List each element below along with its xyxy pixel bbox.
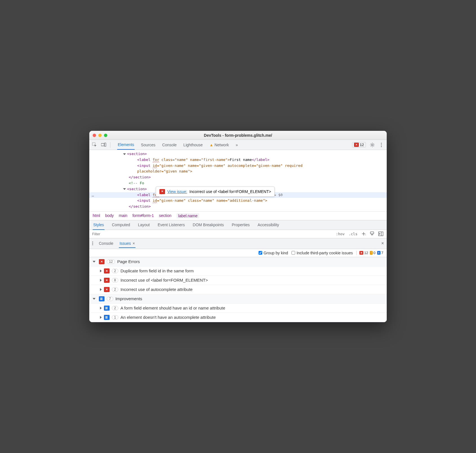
subtab-accessibility[interactable]: Accessibility (257, 220, 280, 230)
error-count-chip[interactable]: ✕ 12 (352, 142, 366, 147)
issue-count: 1 (112, 315, 118, 320)
subtab-styles[interactable]: Styles (93, 220, 104, 230)
dom-node[interactable]: </section> (129, 175, 151, 179)
info-count-pill[interactable]: ≡7 (377, 251, 383, 255)
device-toolbar-icon[interactable] (101, 142, 106, 147)
expand-arrow-icon[interactable] (100, 270, 102, 272)
thirdparty-checkbox[interactable]: Include third-party cookie issues (292, 251, 353, 255)
subtab-event-listeners[interactable]: Event Listeners (157, 220, 186, 230)
issues-group-header[interactable]: 12 Page Errors (89, 257, 387, 266)
expand-arrow-icon[interactable] (100, 307, 102, 310)
traffic-lights (93, 134, 107, 137)
issue-row[interactable]: 2 Duplicate form field id in the same fo… (89, 266, 387, 276)
breadcrumb-item[interactable]: html (93, 213, 100, 218)
issue-row[interactable]: 2 Incorrect use of autocomplete attribut… (89, 285, 387, 294)
expand-arrow-icon[interactable] (123, 188, 126, 190)
toggle-sidebar-icon[interactable] (378, 232, 383, 236)
subtab-properties[interactable]: Properties (231, 220, 250, 230)
svg-rect-1 (101, 143, 104, 146)
error-count-pill[interactable]: ✕12 (359, 251, 368, 255)
error-speech-icon (99, 259, 104, 264)
expand-arrow-icon[interactable] (100, 316, 102, 319)
warning-count-pill[interactable]: !0 (370, 251, 375, 255)
dom-node[interactable]: <input (137, 198, 153, 203)
attr-id[interactable]: id (153, 198, 157, 203)
new-style-rule-icon[interactable] (361, 232, 366, 236)
issue-text: Duplicate form field id in the same form (121, 268, 194, 273)
dom-node[interactable]: </section> (129, 204, 151, 208)
view-issue-link[interactable]: View issue: (167, 189, 187, 195)
tab-elements[interactable]: Elements (117, 140, 135, 150)
issue-count: 2 (112, 287, 118, 292)
settings-gear-icon[interactable] (370, 142, 375, 147)
dom-comment[interactable]: <!-- Fo (129, 181, 144, 185)
styles-filter-input[interactable] (89, 230, 332, 238)
dom-node[interactable]: <section> (127, 152, 147, 156)
attr-for[interactable]: for (153, 158, 159, 162)
group-by-kind-checkbox[interactable]: Group by kind (259, 251, 288, 255)
subtab-layout[interactable]: Layout (137, 220, 150, 230)
breadcrumb-item-selected[interactable]: label.name (177, 213, 199, 218)
svg-rect-7 (370, 232, 374, 234)
breadcrumb-item[interactable]: main (119, 213, 127, 218)
issue-count: 8 (112, 278, 118, 282)
svg-point-4 (381, 143, 382, 143)
drawer-tabs: Console Issues× × (89, 238, 387, 249)
dom-node[interactable]: <section> (127, 187, 147, 191)
dom-node[interactable]: <input (137, 163, 153, 168)
paint-brush-icon[interactable] (370, 232, 374, 236)
issues-toolbar: Group by kind Include third-party cookie… (89, 249, 387, 257)
minimize-window-button[interactable] (98, 134, 102, 137)
kebab-menu-icon[interactable] (379, 142, 384, 147)
breadcrumb-item[interactable]: form#form-1 (132, 213, 154, 218)
issues-group-header[interactable]: 7 Improvements (89, 294, 387, 304)
tabs-overflow-button[interactable]: » (235, 140, 239, 149)
svg-point-11 (92, 243, 93, 244)
inspect-element-icon[interactable] (92, 142, 97, 147)
cls-button[interactable]: .cls (349, 232, 357, 236)
close-tab-icon[interactable]: × (133, 241, 135, 246)
info-speech-icon (99, 296, 104, 301)
issue-count: 2 (112, 269, 118, 273)
drawer-kebab-icon[interactable] (92, 241, 93, 245)
expand-arrow-icon[interactable] (93, 261, 95, 263)
window-titlebar: DevTools - form-problems.glitch.me/ (89, 131, 387, 140)
expand-arrow-icon[interactable] (93, 298, 95, 300)
breadcrumb-item[interactable]: body (105, 213, 114, 218)
maximize-window-button[interactable] (104, 134, 107, 137)
issue-row[interactable]: 1 An element doesn't have an autocomplet… (89, 313, 387, 322)
drawer-tab-issues[interactable]: Issues× (119, 239, 135, 248)
issue-row[interactable]: 8 Incorrect use of <label for=FORM_ELEME… (89, 276, 387, 285)
tab-network[interactable]: ▲Network (209, 140, 230, 149)
breadcrumb-item[interactable]: section (159, 213, 171, 218)
error-speech-icon (159, 189, 165, 194)
info-speech-icon (104, 315, 110, 320)
window-title: DevTools - form-problems.glitch.me/ (89, 133, 387, 138)
dom-tree[interactable]: <section> <label for class="name" name="… (89, 150, 387, 211)
subtab-dom-breakpoints[interactable]: DOM Breakpoints (192, 220, 224, 230)
dom-attr: placeholder="given name"> (137, 169, 192, 173)
tab-console[interactable]: Console (162, 140, 177, 149)
svg-point-3 (372, 144, 373, 146)
group-count: 12 (107, 259, 115, 264)
hov-button[interactable]: :hov (336, 232, 344, 236)
subtab-computed[interactable]: Computed (111, 220, 131, 230)
issue-text: Incorrect use of autocomplete attribute (121, 287, 193, 292)
expand-arrow-icon[interactable] (100, 288, 102, 291)
close-drawer-icon[interactable]: × (381, 241, 384, 246)
main-toolbar: Elements Sources Console Lighthouse ▲Net… (89, 140, 387, 150)
tab-sources[interactable]: Sources (140, 140, 156, 149)
panel-tabs: Elements Sources Console Lighthouse ▲Net… (117, 140, 239, 149)
expand-arrow-icon[interactable] (100, 279, 102, 282)
group-count: 7 (107, 297, 113, 301)
error-speech-icon (104, 287, 110, 292)
close-window-button[interactable] (93, 134, 96, 137)
tab-lighthouse[interactable]: Lighthouse (183, 140, 203, 149)
expand-arrow-icon[interactable] (123, 153, 126, 155)
drawer-tab-console[interactable]: Console (98, 239, 114, 247)
issue-count: 2 (112, 306, 118, 310)
dom-node[interactable]: <label (137, 158, 153, 162)
issue-row[interactable]: 2 A form field element should have an id… (89, 304, 387, 313)
tooltip-text: Incorrect use of <label for=FORM_ELEMENT… (190, 189, 271, 195)
attr-id[interactable]: id (153, 163, 157, 168)
